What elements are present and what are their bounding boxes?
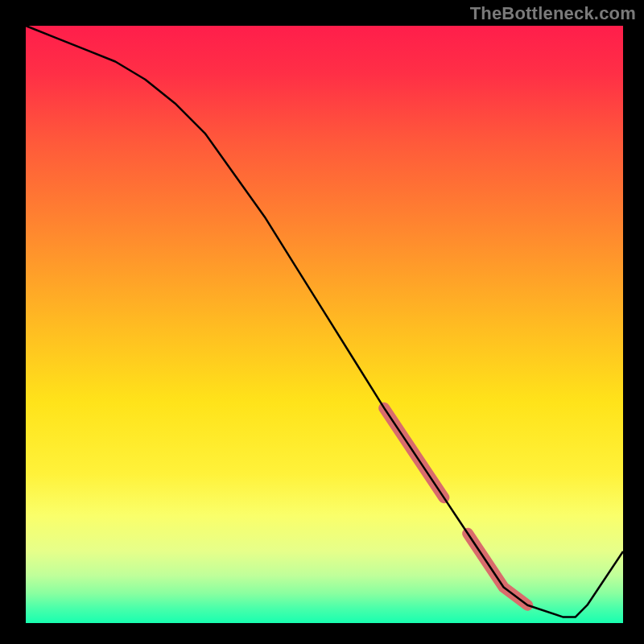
- plot-area: [26, 26, 623, 623]
- watermark-text: TheBottleneck.com: [470, 3, 636, 24]
- chart-stage: TheBottleneck.com: [0, 0, 644, 644]
- chart-svg: [0, 0, 644, 644]
